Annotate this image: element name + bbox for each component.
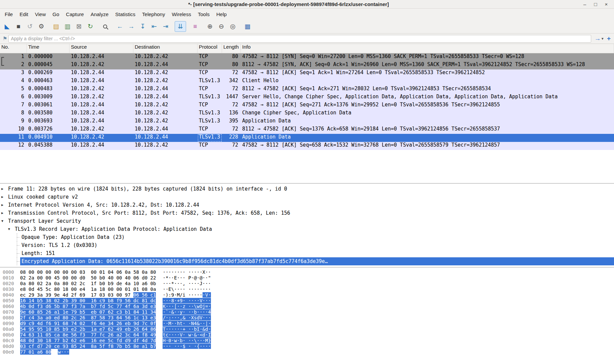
ascii-char[interactable]: · [188, 304, 191, 309]
menu-statistics[interactable]: Statistics [112, 10, 139, 18]
hex-byte[interactable]: b7 [91, 304, 99, 309]
hex-byte[interactable]: 63 [29, 332, 37, 337]
menu-help[interactable]: Help [213, 10, 230, 18]
ascii-char[interactable]: 4 [194, 321, 196, 326]
ascii-char[interactable]: y [180, 309, 182, 315]
detail-line[interactable]: Length: 151 [0, 249, 614, 257]
hex-byte[interactable]: f8 [142, 332, 150, 337]
hex-byte[interactable]: 0a [150, 287, 156, 292]
ascii-char[interactable]: · [168, 269, 171, 275]
hex-byte[interactable]: 39 [71, 298, 80, 303]
hex-byte[interactable]: 4f [125, 304, 133, 309]
ascii-char[interactable]: · [163, 269, 165, 275]
hex-byte[interactable]: a6 [37, 349, 45, 355]
ascii-char[interactable]: · [208, 326, 211, 332]
ascii-char[interactable]: · [177, 281, 180, 286]
ascii-char[interactable]: · [197, 281, 200, 286]
ascii-char[interactable]: · [197, 309, 200, 315]
ascii-char[interactable]: · [197, 269, 200, 275]
menu-analyze[interactable]: Analyze [87, 10, 112, 18]
hex-byte[interactable]: 62 [108, 309, 116, 315]
hex-byte[interactable]: 4d [142, 338, 150, 343]
column-header-destination[interactable]: Destination [133, 44, 198, 53]
ascii-char[interactable]: · [174, 269, 177, 275]
hex-byte[interactable]: 69 [80, 292, 91, 298]
expand-arrow-icon[interactable]: ▶ [1, 209, 7, 217]
ascii-char[interactable]: · [200, 344, 202, 349]
ascii-char[interactable]: · [183, 275, 188, 280]
ascii-char[interactable]: · [188, 344, 191, 349]
packet-row[interactable]: 70.00306110.128.2.4410.128.2.42TCP724758… [0, 102, 614, 110]
column-header-time[interactable]: Time [27, 44, 70, 53]
hex-byte[interactable]: ca [54, 332, 62, 337]
detail-line[interactable]: Encrypted Application Data: 0656c11614b5… [0, 257, 614, 265]
hex-byte[interactable]: eb [91, 309, 99, 315]
hex-byte[interactable]: 26 [108, 332, 116, 337]
column-header-info[interactable]: Info [241, 44, 614, 53]
hex-byte[interactable]: 20 [46, 344, 54, 349]
hex-byte[interactable]: 5f [99, 344, 108, 349]
hex-byte[interactable]: fd [116, 338, 125, 343]
column-header-no[interactable]: No. [0, 44, 27, 53]
hex-byte[interactable]: 02 [20, 275, 29, 280]
hex-byte[interactable]: d0 [80, 275, 91, 280]
ascii-char[interactable]: w [197, 304, 200, 309]
ascii-char[interactable]: & [203, 326, 205, 332]
hex-byte[interactable]: 16 [91, 298, 99, 303]
hex-byte[interactable]: 06 [116, 269, 125, 275]
hex-byte[interactable]: c9 [29, 321, 37, 326]
hex-byte[interactable]: 49 [150, 332, 156, 337]
ascii-char[interactable]: · [203, 292, 205, 298]
hex-byte[interactable]: 11 [142, 309, 150, 315]
menu-telephony[interactable]: Telephony [139, 10, 168, 18]
packet-row[interactable]: 10.00000010.128.2.4410.128.2.42TCP804758… [0, 53, 614, 61]
ascii-char[interactable]: d [203, 332, 205, 337]
hex-byte[interactable]: 87 [62, 304, 71, 309]
hex-byte[interactable]: 13 [142, 315, 150, 320]
hex-byte[interactable]: 58 [133, 269, 142, 275]
ascii-char[interactable]: j [203, 304, 205, 309]
hex-byte[interactable]: b5 [125, 344, 133, 349]
packet-row[interactable]: 80.00358010.128.2.4410.128.2.42TLSv1.313… [0, 110, 614, 118]
hex-byte[interactable]: b2 [62, 338, 71, 343]
ascii-char[interactable]: · [163, 275, 165, 280]
hex-byte[interactable]: 68 [62, 321, 71, 326]
packet-row[interactable]: 40.00046310.128.2.4410.128.2.42TLSv1.334… [0, 77, 614, 86]
hex-byte[interactable]: 26 [46, 309, 54, 315]
ascii-char[interactable]: · [197, 338, 200, 343]
ascii-char[interactable]: · [191, 287, 194, 292]
ascii-char[interactable]: · [180, 275, 182, 280]
ascii-char[interactable]: · [191, 304, 194, 309]
hex-byte[interactable]: 16 [20, 298, 29, 303]
hex-byte[interactable]: 4d [62, 292, 71, 298]
hex-byte[interactable]: 2f [71, 292, 80, 298]
hex-byte[interactable]: b9 [62, 326, 71, 332]
ascii-char[interactable]: · [208, 315, 211, 320]
hex-byte[interactable]: 2c [80, 281, 91, 286]
hex-byte[interactable]: 0a [54, 281, 62, 286]
hex-byte[interactable]: 18 [46, 338, 54, 343]
ascii-char[interactable]: · [177, 287, 180, 292]
hex-byte[interactable]: 30 [37, 338, 45, 343]
ascii-char[interactable]: · [183, 298, 188, 303]
hex-byte[interactable]: d7 [37, 344, 45, 349]
ascii-char[interactable]: · [174, 344, 177, 349]
hex-byte[interactable]: 74 [20, 332, 29, 337]
hex-byte[interactable]: f9 [116, 298, 125, 303]
hex-byte[interactable]: 77 [116, 304, 125, 309]
hex-byte[interactable]: 62 [108, 326, 116, 332]
hex-byte[interactable]: 80 [62, 315, 71, 320]
column-header-protocol[interactable]: Protocol [198, 44, 222, 53]
ascii-char[interactable]: · [188, 315, 191, 320]
hex-byte[interactable]: 80 [46, 349, 51, 355]
hex-byte[interactable]: 3a [37, 292, 45, 298]
ascii-char[interactable]: · [174, 321, 177, 326]
ascii-char[interactable]: · [168, 332, 171, 337]
hex-byte[interactable]: a1 [54, 309, 62, 315]
hex-byte[interactable]: 03 [20, 344, 29, 349]
hex-byte[interactable]: 00 [62, 275, 71, 280]
ascii-char[interactable]: · [194, 344, 196, 349]
ascii-char[interactable]: · [200, 292, 202, 298]
ascii-char[interactable]: · [174, 326, 177, 332]
zoom-in-button[interactable]: ⊕ [204, 21, 216, 32]
